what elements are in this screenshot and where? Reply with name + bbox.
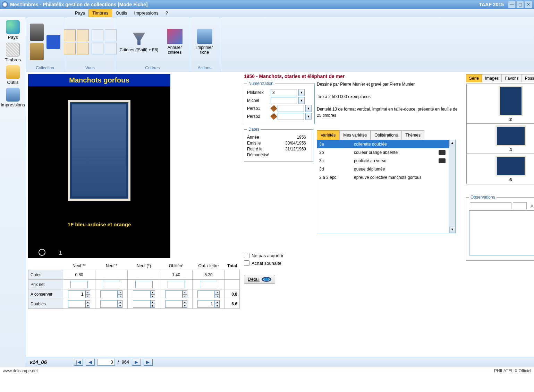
prixnet-obl-input[interactable] xyxy=(168,281,185,288)
thumbnail-cell[interactable]: 6 xyxy=(466,154,534,184)
nav-current-input[interactable] xyxy=(98,359,115,366)
dropdown-button[interactable]: ▼ xyxy=(305,105,312,112)
numerotation-1-input[interactable] xyxy=(271,97,297,104)
doubles-3-input[interactable] xyxy=(165,300,183,308)
titlebar: MesTimbres - Philatélix gestion de colle… xyxy=(0,0,534,9)
collection-icon[interactable] xyxy=(30,24,44,41)
brand-label: TAAF 2015 xyxy=(479,2,504,7)
spin-up[interactable]: ▲ xyxy=(85,290,90,294)
conserver-1-input[interactable] xyxy=(100,290,118,298)
scroll-up-button[interactable]: ▲ xyxy=(449,140,455,146)
price-table: Neuf ** Neuf * Neuf (*) Oblitéré Obl. / … xyxy=(28,262,240,309)
prixnet-neuf1-input[interactable] xyxy=(103,281,120,288)
annuler-criteres-button[interactable]: Annuler critères xyxy=(163,29,187,55)
maximize-button[interactable]: ▢ xyxy=(516,1,524,8)
sidebar-outils[interactable]: Outils xyxy=(0,65,26,85)
eraser-icon xyxy=(167,29,183,44)
dropdown-button[interactable]: ▼ xyxy=(298,97,305,104)
detail-button[interactable]: Détail xyxy=(244,275,275,284)
thumbnail-image xyxy=(495,125,526,146)
tab-serie[interactable]: Série xyxy=(466,74,482,82)
menu-timbres[interactable]: Timbres xyxy=(88,9,112,17)
doubles-0-input[interactable] xyxy=(68,300,85,308)
numerotation-3-input[interactable] xyxy=(278,113,304,120)
tab-favoris[interactable]: Favoris xyxy=(502,74,522,82)
footer-left: www.delcampe.net xyxy=(3,368,38,373)
camera-icon xyxy=(439,158,446,163)
numerotation-0-input[interactable] xyxy=(271,89,297,96)
stamp-preview-panel: Manchots gorfous 1F bleu-ardoise et oran… xyxy=(28,74,170,258)
tab-varietes[interactable]: Variétés xyxy=(317,130,339,140)
stamp-index[interactable]: 1 xyxy=(59,250,62,255)
doubles-1-input[interactable] xyxy=(100,300,118,308)
tab-themes[interactable]: Thèmes xyxy=(402,130,424,140)
observations-fieldset: Observations A A G I S abc ✎ A xyxy=(466,195,534,261)
variety-listbox[interactable]: 3acollerette doublée3bcouleur orange abs… xyxy=(317,140,456,233)
spin-down[interactable]: ▼ xyxy=(85,294,90,298)
tab-mes-varietes[interactable]: Mes variétés xyxy=(339,130,371,140)
font-size-dropdown[interactable] xyxy=(513,202,527,209)
doubles-2-input[interactable] xyxy=(133,300,150,308)
menu-outils[interactable]: Outils xyxy=(112,9,130,17)
tools-icon xyxy=(6,65,20,79)
footer-right: PHILATELIX Officiel xyxy=(494,368,531,373)
nav-first-button[interactable]: |◀ xyxy=(74,359,83,366)
sidebar-timbres[interactable]: Timbres xyxy=(0,43,26,62)
doubles-4-input[interactable] xyxy=(197,300,215,308)
thumbnail-cell[interactable]: 2 xyxy=(466,84,534,124)
conserver-3-input[interactable] xyxy=(165,290,183,298)
nav-next-button[interactable]: ▶ xyxy=(132,359,141,366)
variety-row[interactable]: 3bcouleur orange absente xyxy=(317,148,455,157)
tab-obliterations[interactable]: Oblitérations xyxy=(371,130,401,140)
nav-last-button[interactable]: ▶| xyxy=(144,359,153,366)
criteres-button[interactable]: Critères ([Shift] + F8) xyxy=(118,31,160,52)
vues-icons-left[interactable] xyxy=(64,29,89,54)
window-title: MesTimbres - Philatélix gestion de colle… xyxy=(10,2,148,7)
scroll-down-button[interactable]: ▼ xyxy=(449,227,455,233)
ne-pas-acquerir-check[interactable]: Ne pas acquérir xyxy=(244,253,303,258)
font-family-dropdown[interactable] xyxy=(470,202,511,209)
zoom-icon[interactable] xyxy=(39,249,45,256)
stamp-image[interactable] xyxy=(68,100,130,201)
sidebar-impressions[interactable]: Impressions xyxy=(0,88,26,107)
menu-help[interactable]: ? xyxy=(162,9,171,17)
print-icon xyxy=(197,29,212,44)
sidebar-pays[interactable]: Pays xyxy=(0,20,26,40)
save-icon[interactable] xyxy=(46,35,60,49)
achat-souhaite-check[interactable]: Achat souhaité xyxy=(244,260,303,266)
prixnet-neufp-input[interactable] xyxy=(135,281,153,288)
thumbnail-image xyxy=(499,86,523,116)
tab-images[interactable]: Images xyxy=(482,74,502,82)
font-grow-icon[interactable]: A xyxy=(528,202,534,209)
nav-prev-button[interactable]: ◀ xyxy=(86,359,95,366)
conserver-2-input[interactable] xyxy=(133,290,150,298)
collection-icon-2[interactable] xyxy=(30,43,44,60)
conserver-4-input[interactable] xyxy=(197,290,215,298)
eye-icon xyxy=(262,277,271,282)
observations-textarea[interactable] xyxy=(469,210,534,255)
variety-row[interactable]: 3dqueue déplumée xyxy=(317,165,455,173)
prixnet-neuf2-input[interactable] xyxy=(70,281,88,288)
stamp-title: Manchots gorfous xyxy=(28,74,170,86)
pen-icon xyxy=(270,105,277,112)
conserver-0-input[interactable] xyxy=(68,290,85,298)
observations-toolbar: A A G I S abc ✎ A ≡ ≡ ≡ ≡ xyxy=(469,202,534,210)
numerotation-fieldset: Numérotation Philatélix▼Michel▼Perso1▼Pe… xyxy=(244,81,315,124)
variety-row[interactable]: 3acollerette doublée xyxy=(317,140,455,148)
vues-icons-right[interactable] xyxy=(92,29,117,54)
minimize-button[interactable]: — xyxy=(508,1,516,8)
imprimer-fiche-button[interactable]: Imprimer fiche xyxy=(193,29,217,55)
dropdown-button[interactable]: ▼ xyxy=(305,113,312,120)
dropdown-button[interactable]: ▼ xyxy=(298,89,305,96)
prixnet-obllettre-input[interactable] xyxy=(200,281,217,288)
scrollbar[interactable]: ▲ ▼ xyxy=(449,140,455,233)
menubar: Pays Timbres Outils Impressions ? xyxy=(0,9,534,17)
variety-row[interactable]: 2 à 3 epcépreuve collective manchots gor… xyxy=(317,173,455,182)
numerotation-2-input[interactable] xyxy=(278,105,304,112)
thumbnail-cell[interactable]: 4 xyxy=(466,124,534,154)
close-button[interactable]: ✕ xyxy=(525,1,532,8)
menu-pays[interactable]: Pays xyxy=(71,9,88,17)
tab-possedes[interactable]: Possédés xyxy=(522,74,534,82)
variety-row[interactable]: 3cpublicité au verso xyxy=(317,157,455,165)
menu-impressions[interactable]: Impressions xyxy=(131,9,162,17)
